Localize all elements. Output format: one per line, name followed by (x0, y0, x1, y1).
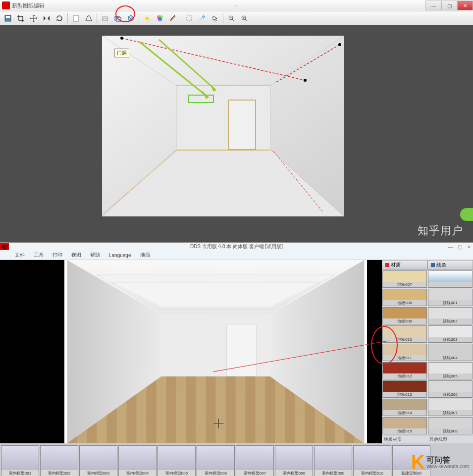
window-controls: — ▢ ✕ (425, 0, 473, 10)
line-swatch-list: 顶线001顶线002顶线003顶线004顶线005顶线006顶线007顶线008 (427, 270, 473, 435)
save-icon[interactable] (2, 12, 14, 24)
site-url: www.kewenda.com (426, 464, 469, 469)
zoom-out-icon[interactable] (225, 12, 237, 24)
line-swatch[interactable]: 顶线006 (428, 380, 473, 398)
material-swatch[interactable]: 地板008 (382, 289, 427, 306)
grid-icon[interactable] (99, 12, 111, 24)
material-swatch[interactable]: 地板009 (382, 307, 427, 324)
line-swatch[interactable]: 顶线004 (428, 344, 473, 361)
material-panel-header[interactable]: 材质 (382, 260, 427, 270)
room-thumbnail[interactable]: 室内模型008 (275, 445, 313, 476)
zhihu-watermark: 知乎用户 (418, 223, 463, 238)
line-swatch[interactable]: 顶线003 (428, 325, 473, 343)
menu-tools[interactable]: 工具 (34, 252, 44, 259)
room-thumbnail[interactable]: 室内模型001 (1, 445, 39, 476)
room-thumbnail[interactable]: 室内模型009 (314, 445, 352, 476)
svg-point-26 (304, 79, 307, 82)
material-swatch[interactable]: 地板012 (382, 362, 427, 379)
title-center-text: ··· (234, 3, 238, 8)
svg-rect-2 (73, 15, 78, 21)
layers-icon[interactable] (112, 12, 124, 24)
minimize-button[interactable]: — (448, 244, 453, 250)
line-swatch[interactable] (428, 270, 473, 288)
color-icon[interactable] (154, 12, 166, 24)
material-panel: 材质 地板007地板008地板009地板010地板011地板012地板013地板… (382, 260, 427, 443)
close-button[interactable]: ✕ (467, 244, 471, 250)
site-logo-k: K (411, 452, 424, 473)
zoom-in-icon[interactable] (238, 12, 250, 24)
svg-point-25 (338, 43, 341, 46)
page-icon[interactable] (70, 12, 82, 24)
brush-icon[interactable] (167, 12, 179, 24)
top-app-window: 新型图纸编辑 ··· — ▢ ✕ 门洞 (0, 0, 473, 242)
bottom-titlebar: 4D DDS 专用版 4.0 本 简体版 客户端 [试用版] — ▢ ✕ (0, 243, 473, 251)
svg-point-9 (158, 17, 162, 21)
line-panel-header[interactable]: 线条 (427, 260, 473, 270)
bottom-main: 材质 地板007地板008地板009地板010地板011地板012地板013地板… (0, 260, 473, 443)
material-swatch[interactable]: 地板014 (382, 399, 427, 416)
line-panel-footer[interactable]: 其他线型 (427, 435, 473, 443)
line-panel: 线条 顶线001顶线002顶线003顶线004顶线005顶线006顶线007顶线… (427, 260, 473, 443)
material-swatch[interactable]: 地板013 (382, 380, 427, 398)
perspective-icon[interactable] (83, 12, 95, 24)
app-logo: 4D (0, 243, 9, 250)
minimize-button[interactable]: — (425, 0, 441, 10)
top-titlebar: 新型图纸编辑 ··· — ▢ ✕ (0, 0, 473, 11)
menu-floor[interactable]: 地面 (140, 252, 150, 259)
menu-print[interactable]: 打印 (53, 252, 62, 259)
room-thumbnail[interactable]: 室内模型003 (79, 445, 117, 476)
separator (139, 13, 139, 23)
window-title: 新型图纸编辑 (12, 2, 45, 9)
material-swatch[interactable]: 地板011 (382, 344, 427, 361)
select-rect-icon[interactable] (183, 12, 195, 24)
room-thumbnail[interactable]: 室内模型007 (236, 445, 274, 476)
red-square-icon (385, 263, 389, 267)
room-3d-view[interactable] (102, 36, 344, 216)
line-swatch[interactable]: 顶线005 (428, 362, 473, 379)
svg-rect-5 (116, 17, 121, 21)
material-panel-footer[interactable]: 地板材质 (382, 435, 427, 443)
pointer-icon[interactable] (209, 12, 221, 24)
thumbnail-strip[interactable]: 室内模型001室内模型002室内模型003室内模型004室内模型005室内模型0… (0, 443, 473, 476)
maximize-button[interactable]: ▢ (441, 0, 457, 10)
wand-icon[interactable] (196, 12, 208, 24)
room-thumbnail[interactable]: 室内模型006 (197, 445, 235, 476)
line-swatch[interactable]: 顶线002 (428, 307, 473, 324)
line-swatch[interactable]: 顶线001 (428, 289, 473, 306)
material-swatch[interactable]: 地板007 (382, 270, 427, 288)
svg-rect-20 (228, 100, 256, 150)
bottom-menubar: 文件 工具 打印 视图 帮助 Language 地面 (0, 251, 473, 260)
menu-help[interactable]: 帮助 (90, 252, 100, 259)
move-icon[interactable] (28, 12, 40, 24)
close-button[interactable]: ✕ (457, 0, 473, 10)
bottom-window-controls: — ▢ ✕ (448, 244, 471, 250)
line-swatch[interactable]: 顶线007 (428, 399, 473, 416)
mirror-icon[interactable] (41, 12, 53, 24)
room-thumbnail[interactable]: 室内模型004 (118, 445, 157, 476)
app-icon (2, 1, 10, 9)
bottom-app-window: 4D DDS 专用版 4.0 本 简体版 客户端 [试用版] — ▢ ✕ 文件 … (0, 242, 473, 476)
refresh-icon[interactable] (53, 12, 65, 24)
crop-icon[interactable] (15, 12, 27, 24)
room-thumbnail[interactable]: 室内模型002 (40, 445, 78, 476)
room-thumbnail[interactable]: 室内模型005 (158, 445, 196, 476)
bottom-viewport[interactable] (0, 260, 382, 443)
material-swatch[interactable]: 地板015 (382, 417, 427, 434)
side-bubble[interactable] (460, 208, 473, 221)
menu-file[interactable]: 文件 (15, 252, 25, 259)
cube-icon[interactable] (125, 12, 137, 24)
top-canvas[interactable]: 门洞 (0, 25, 473, 242)
tooltip-label: 门洞 (114, 49, 129, 57)
bottom-window-title: DDS 专用版 4.0 本 简体版 客户端 [试用版] (190, 243, 283, 250)
maximize-button[interactable]: ▢ (458, 244, 462, 250)
site-name-cn: 可问答 (426, 456, 469, 464)
menu-language[interactable]: Language (109, 253, 131, 258)
svg-rect-10 (187, 16, 192, 21)
menu-view[interactable]: 视图 (71, 252, 81, 259)
separator (97, 13, 97, 23)
line-swatch[interactable]: 顶线008 (428, 417, 473, 434)
blue-square-icon (431, 263, 435, 267)
room-thumbnail[interactable]: 室内模型010 (353, 445, 391, 476)
brightness-icon[interactable] (141, 12, 153, 24)
material-swatch[interactable]: 地板010 (382, 325, 427, 343)
